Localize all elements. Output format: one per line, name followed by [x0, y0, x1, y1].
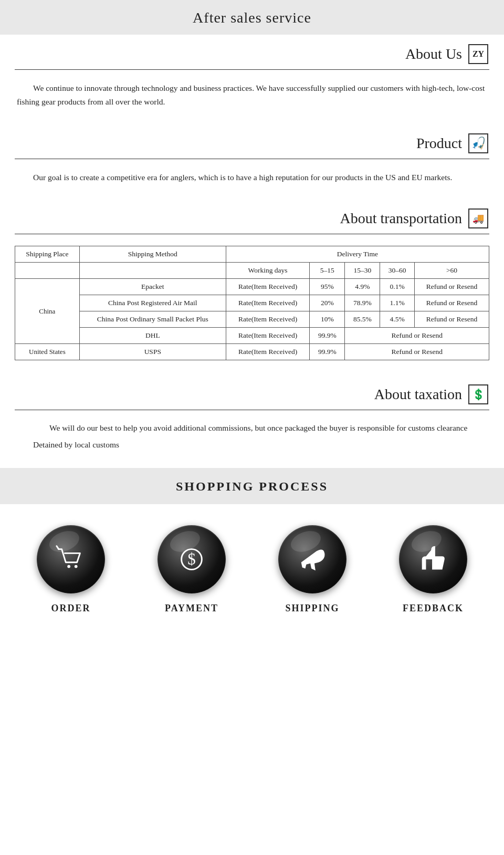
- epacket-3060: 0.1%: [380, 279, 415, 295]
- transportation-header: About transportation 🚚: [0, 199, 504, 234]
- shipping-table: Shipping Place Shipping Method Delivery …: [15, 246, 489, 360]
- svg-point-0: [67, 565, 70, 568]
- top-header: After sales service: [0, 0, 504, 35]
- taxation-header: About taxation 💲: [0, 375, 504, 410]
- rate-china-small: Rate(Item Received): [226, 311, 310, 328]
- shopping-process-title: SHOPPING PROCESS: [176, 479, 328, 493]
- col-empty2: [79, 263, 226, 279]
- usps-515: 99.9%: [310, 344, 345, 360]
- fishing-icon: 🎣: [468, 133, 488, 153]
- process-item-feedback: FEEDBACK: [394, 525, 472, 614]
- order-label: ORDER: [51, 603, 90, 614]
- col-30-60: 30–60: [380, 263, 415, 279]
- china-small-1530: 85.5%: [345, 311, 380, 328]
- usps-refund: Refund or Resend: [345, 344, 489, 360]
- top-header-title: After sales service: [193, 9, 311, 26]
- col-empty1: [15, 263, 80, 279]
- china-air-515: 20%: [310, 295, 345, 311]
- china-small-over60: Refund or Resend: [414, 311, 489, 328]
- method-epacket: Epacket: [79, 279, 226, 295]
- table-row: China Post Ordinary Small Packet Plus Ra…: [15, 311, 489, 328]
- about-us-title: About Us: [405, 46, 462, 62]
- method-china-air: China Post Registered Air Mail: [79, 295, 226, 311]
- china-small-515: 10%: [310, 311, 345, 328]
- transportation-table-wrapper: Shipping Place Shipping Method Delivery …: [0, 234, 504, 375]
- col-shipping-place: Shipping Place: [15, 246, 80, 263]
- truck-icon: 🚚: [468, 208, 488, 228]
- process-item-payment: $ PAYMENT: [152, 525, 231, 614]
- cart-icon: [55, 543, 87, 576]
- table-row: China Post Registered Air Mail Rate(Item…: [15, 295, 489, 311]
- svg-point-1: [75, 565, 78, 568]
- method-dhl: DHL: [79, 328, 226, 344]
- product-header: Product 🎣: [0, 124, 504, 159]
- taxation-title: About taxation: [374, 386, 462, 403]
- table-row: DHL Rate(Item Received) 99.9% Refund or …: [15, 328, 489, 344]
- china-air-over60: Refund or Resend: [414, 295, 489, 311]
- rate-epacket: Rate(Item Received): [226, 279, 310, 295]
- col-over-60: >60: [414, 263, 489, 279]
- place-china: China: [15, 279, 80, 344]
- dollar-sign-icon: $: [175, 543, 208, 576]
- process-section: ORDER $ PAYMENT SHIPPING FEEDB: [0, 504, 504, 640]
- zy-icon: ZY: [468, 44, 488, 64]
- shopping-process-header: SHOPPING PROCESS: [0, 468, 504, 504]
- china-air-1530: 78.9%: [345, 295, 380, 311]
- epacket-515: 95%: [310, 279, 345, 295]
- about-us-text: We continue to innovate through technolo…: [17, 81, 487, 109]
- payment-label: PAYMENT: [165, 603, 218, 614]
- order-circle: [37, 525, 105, 593]
- col-15-30: 15–30: [345, 263, 380, 279]
- china-small-3060: 4.5%: [380, 311, 415, 328]
- dhl-515: 99.9%: [310, 328, 345, 344]
- china-air-3060: 1.1%: [380, 295, 415, 311]
- plane-icon: [296, 543, 329, 576]
- feedback-label: FEEDBACK: [403, 603, 464, 614]
- shipping-label: SHIPPING: [285, 603, 339, 614]
- place-us: United States: [15, 344, 80, 360]
- dhl-refund: Refund or Resend: [345, 328, 489, 344]
- about-us-body: We continue to innovate through technolo…: [0, 70, 504, 124]
- col-delivery-time: Delivery Time: [226, 246, 489, 263]
- rate-usps: Rate(Item Received): [226, 344, 310, 360]
- process-item-order: ORDER: [32, 525, 110, 614]
- product-title: Product: [416, 135, 462, 152]
- table-row: United States USPS Rate(Item Received) 9…: [15, 344, 489, 360]
- col-working-days: Working days: [226, 263, 310, 279]
- svg-text:$: $: [187, 550, 196, 568]
- epacket-over60: Refund or Resend: [414, 279, 489, 295]
- svg-line-2: [57, 546, 59, 549]
- taxation-icon: 💲: [468, 384, 488, 404]
- rate-dhl: Rate(Item Received): [226, 328, 310, 344]
- rate-china-air: Rate(Item Received): [226, 295, 310, 311]
- transportation-title: About transportation: [340, 210, 462, 227]
- taxation-text2: Detained by local customs: [17, 437, 487, 452]
- taxation-body: We will do our best to help you avoid ad…: [0, 410, 504, 468]
- shipping-circle: [278, 525, 346, 593]
- about-us-header: About Us ZY: [0, 35, 504, 69]
- thumbs-up-icon: [417, 543, 449, 576]
- epacket-1530: 4.9%: [345, 279, 380, 295]
- process-item-shipping: SHIPPING: [273, 525, 352, 614]
- table-row: China Epacket Rate(Item Received) 95% 4.…: [15, 279, 489, 295]
- product-body: Our goal is to create a competitive era …: [0, 159, 504, 199]
- taxation-text1: We will do our best to help you avoid ad…: [17, 421, 487, 435]
- feedback-circle: [399, 525, 467, 593]
- col-5-15: 5–15: [310, 263, 345, 279]
- method-china-small: China Post Ordinary Small Packet Plus: [79, 311, 226, 328]
- payment-circle: $: [158, 525, 226, 593]
- method-usps: USPS: [79, 344, 226, 360]
- product-text: Our goal is to create a competitive era …: [17, 171, 487, 184]
- col-shipping-method: Shipping Method: [79, 246, 226, 263]
